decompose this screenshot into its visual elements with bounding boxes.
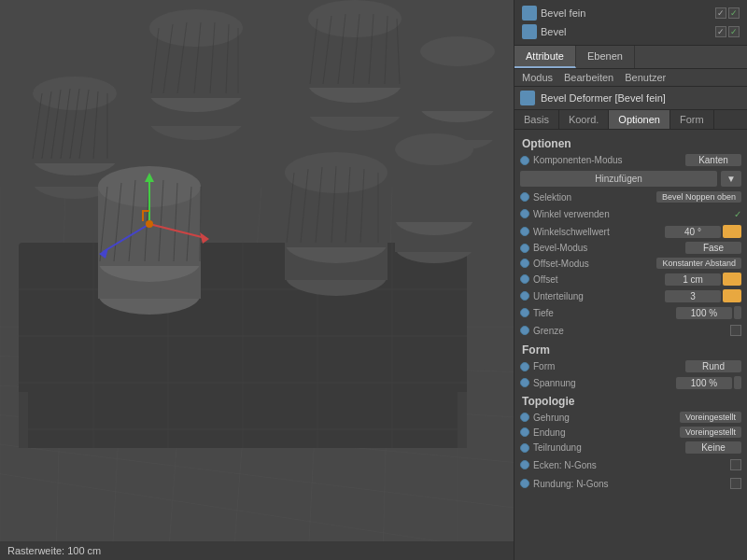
object-icon-bevel xyxy=(522,24,537,39)
val-teilrundung[interactable]: Keine xyxy=(685,441,741,454)
slider-handle-offset[interactable] xyxy=(723,273,741,286)
dot-selektion xyxy=(520,192,529,202)
label-offset: Offset xyxy=(533,274,665,285)
val-form[interactable]: Rund xyxy=(685,360,741,372)
row-endung: Endung Voreingestellt xyxy=(514,425,747,440)
check-ecken[interactable] xyxy=(730,459,741,470)
tab-bar: Attribute Ebenen xyxy=(514,46,747,69)
tab-attribute[interactable]: Attribute xyxy=(514,46,576,68)
menu-modus[interactable]: Modus xyxy=(518,71,557,84)
val-offset-modus[interactable]: Konstanter Abstand xyxy=(656,258,741,269)
svg-point-30 xyxy=(33,77,117,110)
val-winkelschwellwert[interactable]: 40 ° xyxy=(665,226,721,238)
label-komponenten: Komponenten-Modus xyxy=(533,155,685,165)
object-checks-bevel-fein: ✓ ✓ xyxy=(715,7,740,19)
btn-hinzufuegen-extra[interactable]: ▼ xyxy=(721,171,741,187)
row-winkel-verwenden: Winkel verwenden ✓ xyxy=(514,204,747,223)
dot-bevel-modus xyxy=(520,244,529,253)
object-item-bevel-fein[interactable]: Bevel fein ✓ ✓ xyxy=(518,4,743,22)
label-teilrundung: Teilrundung xyxy=(533,442,685,453)
label-winkelschwellwert: Winkelschwellwert xyxy=(533,227,665,237)
label-selektion: Selektion xyxy=(533,192,656,203)
dot-komponenten xyxy=(520,156,529,165)
val-komponenten[interactable]: Kanten xyxy=(685,154,741,166)
val-offset[interactable]: 1 cm xyxy=(665,273,721,286)
tab-ebenen[interactable]: Ebenen xyxy=(576,46,635,68)
svg-rect-107 xyxy=(19,392,28,448)
row-teilrundung: Teilrundung Keine xyxy=(514,440,747,455)
row-ecken: Ecken: N-Gons xyxy=(514,455,747,474)
label-form: Form xyxy=(533,361,685,371)
row-winkelschwellwert: Winkelschwellwert 40 ° xyxy=(514,223,747,240)
prop-tab-koord[interactable]: Koord. xyxy=(559,110,609,129)
label-offset-modus: Offset-Modus xyxy=(533,259,656,269)
check-grenze[interactable] xyxy=(730,325,741,336)
dot-teilrundung xyxy=(520,443,529,453)
sub-menu-bar: Modus Bearbeiten Benutzer xyxy=(514,69,747,87)
slider-handle-tiefe[interactable] xyxy=(734,306,741,319)
dot-offset xyxy=(520,274,529,284)
btn-hinzufuegen[interactable]: Hinzufügen xyxy=(520,171,717,187)
row-bevel-modus: Bevel-Modus Fase xyxy=(514,240,747,256)
row-unterteilung: Unterteilung 3 xyxy=(514,287,747,304)
label-spannung: Spannung xyxy=(533,378,676,388)
svg-point-87 xyxy=(146,220,153,228)
section-topologie-title: Topologie xyxy=(514,391,747,410)
prop-tab-form[interactable]: Form xyxy=(670,110,714,129)
menu-benutzer[interactable]: Benutzer xyxy=(621,71,669,84)
label-unterteilung: Unterteilung xyxy=(533,291,665,301)
prop-tab-basis[interactable]: Basis xyxy=(514,110,559,129)
svg-point-106 xyxy=(395,133,473,165)
val-spannung[interactable]: 100 % xyxy=(676,377,732,389)
render-check-bevel-fein[interactable]: ✓ xyxy=(728,7,740,19)
slider-handle-unterteilung[interactable] xyxy=(723,289,741,302)
check-winkel-verwenden[interactable]: ✓ xyxy=(734,209,741,219)
menu-bearbeiten[interactable]: Bearbeiten xyxy=(560,71,617,84)
row-rundung: Rundung: N-Gons xyxy=(514,474,747,493)
val-bevel-modus[interactable]: Fase xyxy=(685,242,741,254)
dot-winkelschwellwert xyxy=(520,227,529,236)
slider-handle-winkelschwellwert[interactable] xyxy=(723,225,741,238)
props-content[interactable]: Optionen Komponenten-Modus Kanten Hinzuf… xyxy=(514,130,747,560)
row-selektion: Selektion Bevel Noppen oben xyxy=(514,189,747,204)
row-form: Form Rund xyxy=(514,358,747,374)
label-grenze: Grenze xyxy=(533,326,730,336)
deformer-header: Bevel Deformer [Bevel fein] xyxy=(514,87,747,110)
label-ecken: Ecken: N-Gons xyxy=(533,460,730,470)
row-tiefe: Tiefe 100 % xyxy=(514,304,747,321)
deformer-icon xyxy=(520,91,535,105)
row-hinzufuegen: Hinzufügen ▼ xyxy=(514,168,747,189)
label-bevel-modus: Bevel-Modus xyxy=(533,243,685,253)
val-gehrung[interactable]: Voreingestellt xyxy=(680,412,741,423)
object-checks-bevel: ✓ ✓ xyxy=(715,26,740,37)
viewport[interactable]: Rasterweite: 100 cm xyxy=(0,0,514,560)
dot-tiefe xyxy=(520,308,529,317)
val-tiefe[interactable]: 100 % xyxy=(676,307,732,319)
label-rundung: Rundung: N-Gons xyxy=(533,479,730,489)
dot-form xyxy=(520,362,529,371)
label-endung: Endung xyxy=(533,427,680,438)
viewport-status-bar: Rasterweite: 100 cm xyxy=(0,541,514,560)
val-endung[interactable]: Voreingestellt xyxy=(680,427,741,438)
prop-tabs: Basis Koord. Optionen Form xyxy=(514,110,747,130)
svg-rect-89 xyxy=(142,210,144,221)
object-name-bevel: Bevel xyxy=(541,26,712,37)
dot-unterteilung xyxy=(520,291,529,301)
visible-check-bevel-fein[interactable]: ✓ xyxy=(715,7,726,19)
val-unterteilung[interactable]: 3 xyxy=(665,290,721,302)
main-container: Rasterweite: 100 cm Bevel fein ✓ ✓ Bevel… xyxy=(0,0,747,560)
label-tiefe: Tiefe xyxy=(533,308,676,318)
row-komponenten-modus: Komponenten-Modus Kanten xyxy=(514,152,747,168)
visible-check-bevel[interactable]: ✓ xyxy=(715,26,726,37)
dot-spannung xyxy=(520,378,529,387)
row-offset: Offset 1 cm xyxy=(514,271,747,287)
right-panel: Bevel fein ✓ ✓ Bevel ✓ ✓ Attribute Ebene… xyxy=(514,0,747,560)
check-rundung[interactable] xyxy=(730,478,741,489)
label-gehrung: Gehrung xyxy=(533,413,680,423)
val-selektion[interactable]: Bevel Noppen oben xyxy=(656,191,741,203)
row-grenze: Grenze xyxy=(514,321,747,340)
prop-tab-optionen[interactable]: Optionen xyxy=(609,110,670,129)
render-check-bevel[interactable]: ✓ xyxy=(728,26,740,37)
slider-handle-spannung[interactable] xyxy=(734,376,741,389)
object-item-bevel[interactable]: Bevel ✓ ✓ xyxy=(518,22,743,41)
